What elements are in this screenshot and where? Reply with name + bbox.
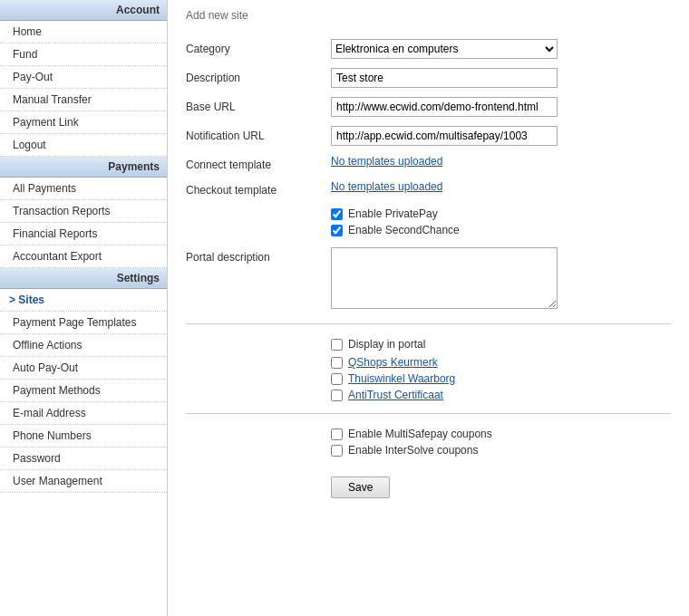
enable-secondchance-text: Enable SecondChance — [348, 224, 460, 236]
divider-2 — [186, 413, 671, 414]
thuiswinkel-row: Thuiswinkel Waarborg — [331, 372, 671, 385]
base-url-row: Base URL — [186, 92, 671, 121]
save-button[interactable]: Save — [331, 476, 390, 498]
sidebar-item-payment-link[interactable]: Payment Link — [0, 111, 167, 134]
display-in-portal-checkbox[interactable] — [331, 339, 343, 351]
portal-description-control — [331, 247, 671, 312]
enable-privatepay-row: Enable PrivatePay Enable SecondChance — [186, 201, 671, 243]
display-in-portal-text: Display in portal — [348, 338, 425, 351]
divider-1 — [186, 323, 671, 324]
base-url-input[interactable] — [331, 97, 558, 117]
sidebar-item-user-management[interactable]: User Management — [0, 470, 167, 493]
portal-description-textarea[interactable] — [331, 247, 558, 309]
coupons-control: Enable MultiSafepay coupons Enable Inter… — [331, 426, 671, 458]
main-content: Add new site Category Elektronica en com… — [168, 0, 689, 616]
thuiswinkel-link[interactable]: Thuiswinkel Waarborg — [348, 372, 455, 385]
settings-section-header: Settings — [0, 268, 167, 289]
description-control — [331, 68, 671, 88]
connect-template-label: Connect template — [186, 155, 331, 171]
connect-template-link[interactable]: No templates uploaded — [331, 155, 442, 168]
payments-section-header: Payments — [0, 157, 167, 178]
notification-url-row: Notification URL — [186, 121, 671, 150]
sidebar-item-logout[interactable]: Logout — [0, 134, 167, 157]
category-row: Category Elektronica en computersFashion… — [186, 34, 671, 63]
qshops-row: QShops Keurmerk — [331, 356, 671, 369]
sidebar-item-payment-methods[interactable]: Payment Methods — [0, 380, 167, 402]
sidebar-item-offline-actions[interactable]: Offline Actions — [0, 334, 167, 357]
checkout-template-row: Checkout template No templates uploaded — [186, 176, 671, 201]
sidebar-item-sites[interactable]: Sites — [0, 289, 167, 312]
page-title: Add new site — [186, 9, 671, 25]
connect-template-control: No templates uploaded — [331, 155, 671, 168]
coupons-spacer — [186, 426, 331, 429]
qshops-link[interactable]: QShops Keurmerk — [348, 356, 438, 369]
connect-template-row: Connect template No templates uploaded — [186, 150, 671, 176]
sidebar: Account Home Fund Pay-Out Manual Transfe… — [0, 0, 168, 616]
antitrust-row: AntiTrust Certificaat — [331, 389, 671, 401]
sidebar-item-financial-reports[interactable]: Financial Reports — [0, 223, 167, 245]
coupons-row: Enable MultiSafepay coupons Enable Inter… — [186, 421, 671, 463]
intersolve-coupon-text: Enable InterSolve coupons — [348, 444, 478, 457]
thuiswinkel-checkbox[interactable] — [331, 373, 343, 385]
enable-privatepay-checkbox[interactable] — [331, 208, 343, 220]
description-input[interactable] — [331, 68, 558, 88]
display-in-portal-spacer — [186, 336, 331, 340]
sidebar-item-fund[interactable]: Fund — [0, 43, 167, 66]
category-control: Elektronica en computersFashionBooksSpor… — [331, 39, 671, 59]
sidebar-item-auto-payout[interactable]: Auto Pay-Out — [0, 357, 167, 380]
display-in-portal-label[interactable]: Display in portal — [331, 336, 671, 352]
sidebar-item-manual-transfer[interactable]: Manual Transfer — [0, 89, 167, 111]
antitrust-link[interactable]: AntiTrust Certificaat — [348, 389, 443, 401]
multisafepay-coupon-text: Enable MultiSafepay coupons — [348, 428, 492, 440]
sidebar-item-payout[interactable]: Pay-Out — [0, 66, 167, 89]
checkout-template-link[interactable]: No templates uploaded — [331, 180, 442, 193]
base-url-control — [331, 97, 671, 117]
intersolve-coupon-label[interactable]: Enable InterSolve coupons — [331, 442, 671, 458]
sidebar-item-transaction-reports[interactable]: Transaction Reports — [0, 200, 167, 223]
base-url-label: Base URL — [186, 97, 331, 113]
portal-links: Display in portal QShops Keurmerk Thuisw… — [331, 336, 671, 401]
enable-privatepay-spacer — [186, 206, 331, 209]
notification-url-control — [331, 126, 671, 146]
sidebar-item-phone-numbers[interactable]: Phone Numbers — [0, 425, 167, 448]
multisafepay-coupon-label[interactable]: Enable MultiSafepay coupons — [331, 426, 671, 442]
enable-privatepay-label[interactable]: Enable PrivatePay — [331, 206, 671, 222]
sidebar-item-home[interactable]: Home — [0, 21, 167, 43]
save-control: Save — [331, 467, 671, 498]
notification-url-label: Notification URL — [186, 126, 331, 142]
description-row: Description — [186, 63, 671, 92]
sidebar-item-all-payments[interactable]: All Payments — [0, 178, 167, 200]
intersolve-coupon-checkbox[interactable] — [331, 445, 343, 457]
description-label: Description — [186, 68, 331, 84]
checkout-template-control: No templates uploaded — [331, 180, 671, 193]
enable-secondchance-checkbox[interactable] — [331, 225, 343, 236]
portal-description-row: Portal description — [186, 243, 671, 316]
antitrust-checkbox[interactable] — [331, 390, 343, 401]
multisafepay-coupon-checkbox[interactable] — [331, 428, 343, 440]
notification-url-input[interactable] — [331, 126, 558, 146]
enable-privatepay-control: Enable PrivatePay Enable SecondChance — [331, 206, 671, 238]
enable-privatepay-text: Enable PrivatePay — [348, 207, 438, 220]
sidebar-item-email-address[interactable]: E-mail Address — [0, 402, 167, 425]
enable-secondchance-label[interactable]: Enable SecondChance — [331, 222, 671, 238]
account-section-header: Account — [0, 0, 167, 21]
category-select[interactable]: Elektronica en computersFashionBooksSpor… — [331, 39, 558, 59]
sidebar-item-payment-page-templates[interactable]: Payment Page Templates — [0, 312, 167, 334]
save-spacer — [186, 467, 331, 471]
display-in-portal-row: Display in portal QShops Keurmerk Thuisw… — [186, 332, 671, 406]
category-label: Category — [186, 39, 331, 55]
save-row: Save — [186, 463, 671, 503]
qshops-checkbox[interactable] — [331, 357, 343, 369]
sidebar-item-password[interactable]: Password — [0, 448, 167, 470]
sidebar-item-accountant-export[interactable]: Accountant Export — [0, 245, 167, 268]
checkout-template-label: Checkout template — [186, 180, 331, 197]
portal-description-label: Portal description — [186, 247, 331, 264]
